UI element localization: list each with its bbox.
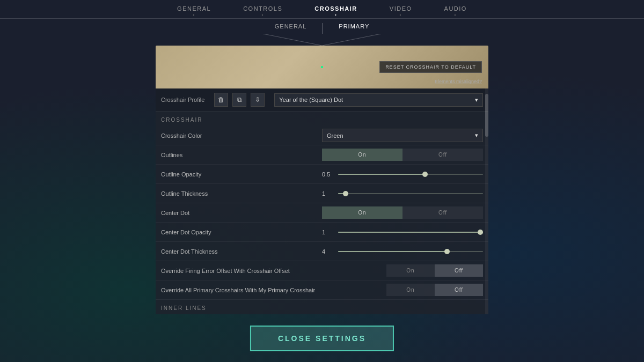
nav-video[interactable]: VIDEO	[390, 5, 412, 15]
center-dot-thickness-value: 4	[322, 248, 333, 255]
outline-opacity-fill	[338, 174, 425, 175]
nav-controls[interactable]: CONTROLS	[243, 5, 282, 15]
settings-panel: Crosshair Profile 🗑 ⧉ ⇩ Year of the (Squ…	[156, 88, 488, 314]
crosshair-section-title: CROSSHAIR	[156, 112, 488, 126]
outlines-toggle: On Off	[322, 149, 483, 161]
dropdown-arrow: ▾	[475, 132, 478, 139]
outlines-label: Outlines	[161, 152, 322, 158]
close-settings-button[interactable]: CLOSE SETTINGS	[250, 326, 394, 351]
outline-opacity-row: Outline Opacity 0.5	[156, 165, 488, 184]
override-firing-error-toggle: On Off	[386, 264, 483, 277]
scrollbar[interactable]	[485, 88, 488, 314]
outline-opacity-label: Outline Opacity	[161, 171, 322, 178]
center-dot-opacity-row: Center Dot Opacity 1	[156, 223, 488, 242]
outline-thickness-thumb[interactable]	[343, 191, 348, 196]
profile-row: Crosshair Profile 🗑 ⧉ ⇩ Year of the (Squ…	[156, 88, 488, 112]
nav-general[interactable]: GENERAL	[177, 5, 211, 15]
sub-nav-general[interactable]: GENERAL	[259, 19, 323, 34]
crosshair-color-label: Crosshair Color	[161, 132, 322, 139]
outline-opacity-thumb[interactable]	[422, 172, 428, 177]
import-profile-button[interactable]: ⇩	[251, 93, 265, 107]
override-primary-crosshairs-control: On Off	[386, 284, 483, 296]
outline-thickness-slider-container: 1	[322, 190, 483, 197]
sub-nav-primary[interactable]: PRIMARY	[323, 19, 385, 34]
profile-label: Crosshair Profile	[161, 97, 204, 103]
preview-area: RESET CROSSHAIR TO DEFAULT Elements misa…	[156, 46, 488, 88]
outline-thickness-row: Outline Thickness 1	[156, 184, 488, 203]
override-firing-error-on-button[interactable]: On	[386, 264, 435, 277]
center-dot-off-button[interactable]: Off	[402, 206, 483, 219]
outlines-off-button[interactable]: Off	[402, 149, 483, 161]
outline-opacity-control: 0.5	[322, 171, 483, 178]
center-dot-control: On Off	[322, 206, 483, 219]
center-dot-opacity-label: Center Dot Opacity	[161, 229, 322, 235]
close-button-container: CLOSE SETTINGS	[250, 326, 394, 351]
profile-dropdown-value: Year of the (Square) Dot	[279, 97, 343, 103]
override-firing-error-off-button[interactable]: Off	[435, 264, 483, 277]
center-dot-toggle: On Off	[322, 206, 483, 219]
nav-audio[interactable]: AUDIO	[444, 5, 467, 15]
profile-dropdown-chevron: ▾	[475, 97, 478, 104]
center-dot-opacity-fill	[338, 232, 483, 233]
copy-profile-button[interactable]: ⧉	[232, 93, 246, 107]
outlines-on-button[interactable]: On	[322, 149, 402, 161]
center-dot-thickness-label: Center Dot Thickness	[161, 248, 322, 255]
svg-line-0	[263, 34, 322, 46]
center-dot-thickness-fill	[338, 251, 447, 252]
outline-thickness-control: 1	[322, 190, 483, 197]
nav-crosshair[interactable]: CROSSHAIR	[314, 5, 357, 15]
outlines-control: On Off	[322, 149, 483, 161]
sub-nav: GENERAL PRIMARY	[0, 19, 644, 34]
center-dot-opacity-track[interactable]	[338, 232, 483, 233]
crosshair-color-row: Crosshair Color Green ▾	[156, 126, 488, 145]
profile-dropdown[interactable]: Year of the (Square) Dot ▾	[274, 93, 483, 107]
center-dot-row: Center Dot On Off	[156, 203, 488, 223]
crosshair-color-dropdown[interactable]: Green ▾	[322, 129, 483, 142]
center-dot-opacity-slider-container: 1	[322, 229, 483, 235]
center-dot-opacity-control: 1	[322, 229, 483, 235]
override-firing-error-label: Override Firing Error Offset With Crossh…	[161, 268, 386, 274]
outline-opacity-slider-container: 0.5	[322, 171, 483, 178]
center-dot-label: Center Dot	[161, 210, 322, 216]
outline-opacity-track[interactable]	[338, 174, 483, 175]
reset-crosshair-button[interactable]: RESET CROSSHAIR TO DEFAULT	[379, 61, 482, 73]
svg-line-1	[322, 34, 381, 46]
crosshair-color-value: Green	[327, 132, 343, 139]
main-panel: RESET CROSSHAIR TO DEFAULT Elements misa…	[156, 46, 488, 314]
override-firing-error-control: On Off	[386, 264, 483, 277]
crosshair-dot	[321, 66, 323, 68]
outline-thickness-track[interactable]	[338, 193, 483, 194]
elements-misaligned-link[interactable]: Elements misaligned?	[435, 79, 482, 84]
center-dot-thickness-control: 4	[322, 248, 483, 255]
override-primary-crosshairs-row: Override All Primary Crosshairs With My …	[156, 280, 488, 300]
center-dot-opacity-thumb[interactable]	[478, 230, 483, 235]
delete-profile-button[interactable]: 🗑	[214, 93, 228, 107]
override-primary-crosshairs-on-button[interactable]: On	[386, 284, 435, 296]
outline-thickness-label: Outline Thickness	[161, 190, 322, 197]
crosshair-color-control: Green ▾	[322, 129, 483, 142]
override-firing-error-row: Override Firing Error Offset With Crossh…	[156, 261, 488, 280]
override-primary-crosshairs-off-button[interactable]: Off	[435, 284, 483, 296]
inner-lines-section-title: INNER LINES	[156, 300, 488, 314]
center-dot-thickness-thumb[interactable]	[444, 249, 450, 254]
outlines-row: Outlines On Off	[156, 145, 488, 165]
center-dot-thickness-row: Center Dot Thickness 4	[156, 242, 488, 261]
center-dot-thickness-slider-container: 4	[322, 248, 483, 255]
override-primary-crosshairs-label: Override All Primary Crosshairs With My …	[161, 287, 386, 293]
outline-opacity-value: 0.5	[322, 171, 333, 178]
override-primary-crosshairs-toggle: On Off	[386, 284, 483, 296]
top-nav: GENERAL CONTROLS CROSSHAIR VIDEO AUDIO	[0, 0, 644, 19]
center-dot-opacity-value: 1	[322, 229, 333, 235]
outline-thickness-value: 1	[322, 190, 333, 197]
center-dot-thickness-track[interactable]	[338, 251, 483, 252]
center-dot-on-button[interactable]: On	[322, 206, 402, 219]
scroll-thumb[interactable]	[485, 94, 488, 137]
